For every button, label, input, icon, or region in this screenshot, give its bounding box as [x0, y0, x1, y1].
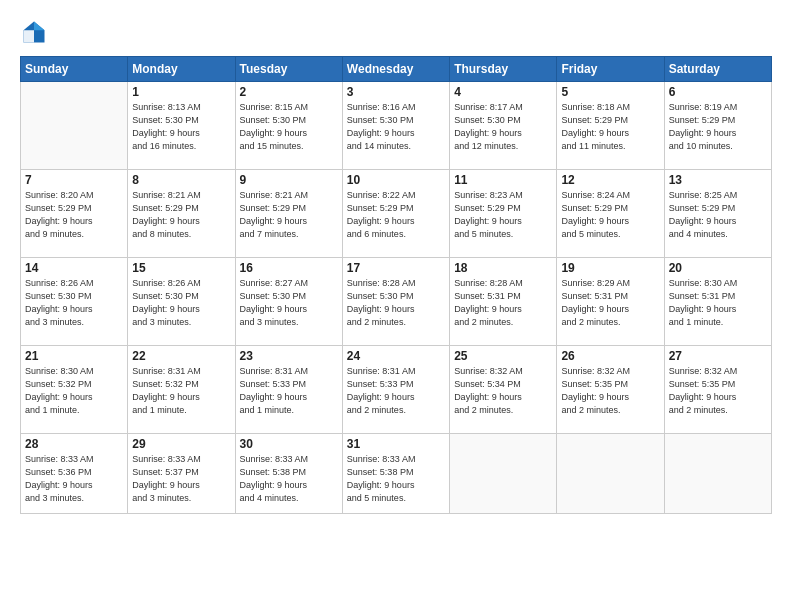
- week-row-5: 28Sunrise: 8:33 AM Sunset: 5:36 PM Dayli…: [21, 434, 772, 514]
- svg-marker-2: [24, 30, 35, 42]
- day-info: Sunrise: 8:15 AM Sunset: 5:30 PM Dayligh…: [240, 101, 338, 153]
- week-row-3: 14Sunrise: 8:26 AM Sunset: 5:30 PM Dayli…: [21, 258, 772, 346]
- day-info: Sunrise: 8:33 AM Sunset: 5:38 PM Dayligh…: [347, 453, 445, 505]
- day-info: Sunrise: 8:21 AM Sunset: 5:29 PM Dayligh…: [132, 189, 230, 241]
- day-number: 27: [669, 349, 767, 363]
- day-info: Sunrise: 8:29 AM Sunset: 5:31 PM Dayligh…: [561, 277, 659, 329]
- day-cell: 3Sunrise: 8:16 AM Sunset: 5:30 PM Daylig…: [342, 82, 449, 170]
- day-cell: 4Sunrise: 8:17 AM Sunset: 5:30 PM Daylig…: [450, 82, 557, 170]
- day-number: 20: [669, 261, 767, 275]
- day-info: Sunrise: 8:30 AM Sunset: 5:32 PM Dayligh…: [25, 365, 123, 417]
- day-info: Sunrise: 8:24 AM Sunset: 5:29 PM Dayligh…: [561, 189, 659, 241]
- day-header-wednesday: Wednesday: [342, 57, 449, 82]
- day-cell: 21Sunrise: 8:30 AM Sunset: 5:32 PM Dayli…: [21, 346, 128, 434]
- header: [20, 18, 772, 46]
- day-number: 13: [669, 173, 767, 187]
- day-number: 12: [561, 173, 659, 187]
- day-number: 23: [240, 349, 338, 363]
- day-number: 26: [561, 349, 659, 363]
- day-number: 31: [347, 437, 445, 451]
- day-number: 14: [25, 261, 123, 275]
- day-number: 5: [561, 85, 659, 99]
- day-header-saturday: Saturday: [664, 57, 771, 82]
- day-number: 2: [240, 85, 338, 99]
- day-info: Sunrise: 8:33 AM Sunset: 5:38 PM Dayligh…: [240, 453, 338, 505]
- week-row-1: 1Sunrise: 8:13 AM Sunset: 5:30 PM Daylig…: [21, 82, 772, 170]
- day-number: 6: [669, 85, 767, 99]
- day-number: 22: [132, 349, 230, 363]
- day-cell: [21, 82, 128, 170]
- day-cell: 17Sunrise: 8:28 AM Sunset: 5:30 PM Dayli…: [342, 258, 449, 346]
- day-cell: 15Sunrise: 8:26 AM Sunset: 5:30 PM Dayli…: [128, 258, 235, 346]
- day-info: Sunrise: 8:18 AM Sunset: 5:29 PM Dayligh…: [561, 101, 659, 153]
- day-cell: 29Sunrise: 8:33 AM Sunset: 5:37 PM Dayli…: [128, 434, 235, 514]
- day-cell: [557, 434, 664, 514]
- day-cell: 7Sunrise: 8:20 AM Sunset: 5:29 PM Daylig…: [21, 170, 128, 258]
- day-number: 18: [454, 261, 552, 275]
- logo-icon: [20, 18, 48, 46]
- day-cell: 10Sunrise: 8:22 AM Sunset: 5:29 PM Dayli…: [342, 170, 449, 258]
- day-number: 9: [240, 173, 338, 187]
- day-number: 21: [25, 349, 123, 363]
- day-cell: 5Sunrise: 8:18 AM Sunset: 5:29 PM Daylig…: [557, 82, 664, 170]
- day-info: Sunrise: 8:16 AM Sunset: 5:30 PM Dayligh…: [347, 101, 445, 153]
- day-cell: 22Sunrise: 8:31 AM Sunset: 5:32 PM Dayli…: [128, 346, 235, 434]
- day-info: Sunrise: 8:26 AM Sunset: 5:30 PM Dayligh…: [132, 277, 230, 329]
- day-cell: 28Sunrise: 8:33 AM Sunset: 5:36 PM Dayli…: [21, 434, 128, 514]
- day-header-monday: Monday: [128, 57, 235, 82]
- day-info: Sunrise: 8:22 AM Sunset: 5:29 PM Dayligh…: [347, 189, 445, 241]
- day-cell: 12Sunrise: 8:24 AM Sunset: 5:29 PM Dayli…: [557, 170, 664, 258]
- day-cell: 27Sunrise: 8:32 AM Sunset: 5:35 PM Dayli…: [664, 346, 771, 434]
- day-info: Sunrise: 8:27 AM Sunset: 5:30 PM Dayligh…: [240, 277, 338, 329]
- day-cell: 18Sunrise: 8:28 AM Sunset: 5:31 PM Dayli…: [450, 258, 557, 346]
- day-cell: 26Sunrise: 8:32 AM Sunset: 5:35 PM Dayli…: [557, 346, 664, 434]
- day-info: Sunrise: 8:33 AM Sunset: 5:37 PM Dayligh…: [132, 453, 230, 505]
- day-header-friday: Friday: [557, 57, 664, 82]
- day-cell: 19Sunrise: 8:29 AM Sunset: 5:31 PM Dayli…: [557, 258, 664, 346]
- calendar-table: SundayMondayTuesdayWednesdayThursdayFrid…: [20, 56, 772, 514]
- day-number: 24: [347, 349, 445, 363]
- day-cell: 11Sunrise: 8:23 AM Sunset: 5:29 PM Dayli…: [450, 170, 557, 258]
- day-info: Sunrise: 8:25 AM Sunset: 5:29 PM Dayligh…: [669, 189, 767, 241]
- day-number: 28: [25, 437, 123, 451]
- day-info: Sunrise: 8:17 AM Sunset: 5:30 PM Dayligh…: [454, 101, 552, 153]
- day-number: 11: [454, 173, 552, 187]
- week-row-2: 7Sunrise: 8:20 AM Sunset: 5:29 PM Daylig…: [21, 170, 772, 258]
- day-cell: 30Sunrise: 8:33 AM Sunset: 5:38 PM Dayli…: [235, 434, 342, 514]
- day-info: Sunrise: 8:21 AM Sunset: 5:29 PM Dayligh…: [240, 189, 338, 241]
- day-cell: 24Sunrise: 8:31 AM Sunset: 5:33 PM Dayli…: [342, 346, 449, 434]
- day-info: Sunrise: 8:23 AM Sunset: 5:29 PM Dayligh…: [454, 189, 552, 241]
- day-info: Sunrise: 8:20 AM Sunset: 5:29 PM Dayligh…: [25, 189, 123, 241]
- day-cell: 25Sunrise: 8:32 AM Sunset: 5:34 PM Dayli…: [450, 346, 557, 434]
- day-cell: 16Sunrise: 8:27 AM Sunset: 5:30 PM Dayli…: [235, 258, 342, 346]
- day-header-thursday: Thursday: [450, 57, 557, 82]
- header-row: SundayMondayTuesdayWednesdayThursdayFrid…: [21, 57, 772, 82]
- day-info: Sunrise: 8:32 AM Sunset: 5:35 PM Dayligh…: [669, 365, 767, 417]
- day-number: 30: [240, 437, 338, 451]
- day-info: Sunrise: 8:28 AM Sunset: 5:31 PM Dayligh…: [454, 277, 552, 329]
- day-cell: 8Sunrise: 8:21 AM Sunset: 5:29 PM Daylig…: [128, 170, 235, 258]
- day-number: 29: [132, 437, 230, 451]
- logo: [20, 18, 52, 46]
- day-number: 4: [454, 85, 552, 99]
- day-info: Sunrise: 8:31 AM Sunset: 5:33 PM Dayligh…: [240, 365, 338, 417]
- day-number: 10: [347, 173, 445, 187]
- week-row-4: 21Sunrise: 8:30 AM Sunset: 5:32 PM Dayli…: [21, 346, 772, 434]
- day-header-tuesday: Tuesday: [235, 57, 342, 82]
- day-cell: 2Sunrise: 8:15 AM Sunset: 5:30 PM Daylig…: [235, 82, 342, 170]
- day-number: 8: [132, 173, 230, 187]
- day-number: 16: [240, 261, 338, 275]
- day-header-sunday: Sunday: [21, 57, 128, 82]
- svg-marker-1: [34, 22, 45, 31]
- day-cell: 23Sunrise: 8:31 AM Sunset: 5:33 PM Dayli…: [235, 346, 342, 434]
- day-info: Sunrise: 8:13 AM Sunset: 5:30 PM Dayligh…: [132, 101, 230, 153]
- day-info: Sunrise: 8:31 AM Sunset: 5:33 PM Dayligh…: [347, 365, 445, 417]
- day-info: Sunrise: 8:19 AM Sunset: 5:29 PM Dayligh…: [669, 101, 767, 153]
- day-cell: 14Sunrise: 8:26 AM Sunset: 5:30 PM Dayli…: [21, 258, 128, 346]
- day-info: Sunrise: 8:26 AM Sunset: 5:30 PM Dayligh…: [25, 277, 123, 329]
- day-cell: 6Sunrise: 8:19 AM Sunset: 5:29 PM Daylig…: [664, 82, 771, 170]
- day-info: Sunrise: 8:28 AM Sunset: 5:30 PM Dayligh…: [347, 277, 445, 329]
- day-number: 7: [25, 173, 123, 187]
- day-cell: [664, 434, 771, 514]
- day-number: 25: [454, 349, 552, 363]
